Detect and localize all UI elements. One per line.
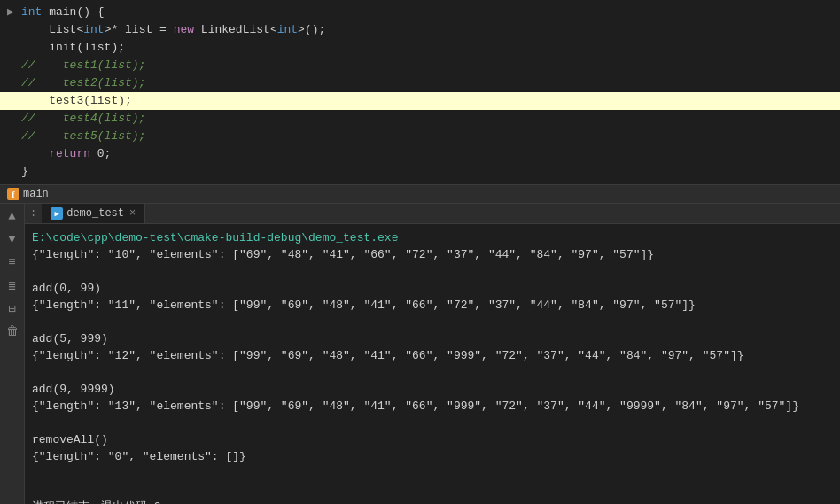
line-content: init(list);	[21, 39, 833, 57]
code-line: }	[0, 163, 840, 181]
code-token: // test5(list);	[21, 129, 145, 143]
terminal-container: ▲ ▼ ≡ ≣ ⊟ 🗑 : ▶ demo_test × E:\code\cpp\…	[0, 204, 840, 504]
output-line: {"length": "0", "elements": []}	[32, 448, 833, 465]
code-line: // test5(list);	[0, 128, 840, 145]
output-line: 进程已结束，退出代码 0	[32, 499, 833, 504]
output-line	[32, 263, 833, 280]
output-line	[32, 415, 833, 431]
code-token: new	[174, 23, 194, 36]
code-token: >* list =	[105, 23, 174, 36]
code-token: return	[21, 147, 90, 160]
delete-button[interactable]: 🗑	[4, 322, 21, 340]
output-line: add(9, 9999)	[32, 381, 833, 398]
breadcrumb-bar: f main	[0, 184, 840, 204]
code-token: // test2(list);	[21, 76, 145, 89]
line-content: int main() {	[21, 4, 833, 21]
code-line: test3(list);	[0, 92, 840, 110]
line-content: return 0;	[21, 145, 833, 163]
output-line: removeAll()	[32, 431, 833, 448]
code-token: }	[21, 165, 28, 178]
scroll-down-button[interactable]: ▼	[4, 230, 21, 248]
terminal-tab-demo-test[interactable]: ▶ demo_test ×	[42, 204, 145, 223]
terminal-sidebar: ▲ ▼ ≡ ≣ ⊟ 🗑	[0, 204, 25, 504]
tab-prefix: :	[25, 204, 42, 223]
code-line: List<int>* list = new LinkedList<int>();	[0, 21, 840, 39]
output-line: add(0, 99)	[32, 280, 833, 297]
code-token: int	[277, 23, 298, 36]
line-content: List<int>* list = new LinkedList<int>();	[21, 21, 833, 39]
tab-close-button[interactable]: ×	[129, 207, 136, 220]
output-line	[32, 314, 833, 330]
code-line: ▶int main() {	[0, 4, 840, 21]
code-line: // test4(list);	[0, 110, 840, 128]
scroll-up-button[interactable]: ▲	[4, 207, 21, 225]
code-token: List	[21, 23, 76, 36]
output-line: {"length": "10", "elements": ["69", "48"…	[32, 246, 833, 263]
wrap-button[interactable]: ≡	[4, 253, 21, 271]
terminal-tabs: : ▶ demo_test ×	[25, 204, 840, 224]
tab-label: demo_test	[66, 207, 124, 220]
code-token: int	[83, 23, 104, 36]
code-token: // test4(list);	[21, 112, 145, 125]
code-line: // test1(list);	[0, 57, 840, 74]
output-line	[32, 482, 833, 499]
function-icon: f	[7, 188, 19, 200]
code-token: init(list);	[21, 41, 125, 54]
line-content: // test2(list);	[21, 74, 833, 92]
clear-button[interactable]: ⊟	[4, 299, 21, 317]
code-token: int	[21, 5, 42, 19]
output-line: add(5, 999)	[32, 330, 833, 347]
code-token: <	[270, 23, 277, 36]
breadcrumb-text: main	[23, 188, 49, 200]
line-arrow: ▶	[7, 4, 21, 21]
code-editor: ▶int main() { List<int>* list = new Link…	[0, 0, 840, 184]
line-content: // test4(list);	[21, 110, 833, 128]
code-token: >();	[298, 23, 325, 36]
output-line: {"length": "11", "elements": ["99", "69"…	[32, 297, 833, 314]
line-content: // test5(list);	[21, 128, 833, 145]
code-line: init(list);	[0, 39, 840, 57]
terminal-output[interactable]: E:\code\cpp\demo-test\cmake-build-debug\…	[25, 224, 840, 504]
code-token: test3(list);	[21, 94, 132, 107]
output-line	[32, 364, 833, 381]
output-line: {"length": "12", "elements": ["99", "69"…	[32, 347, 833, 364]
code-line: // test2(list);	[0, 74, 840, 92]
terminal-main: : ▶ demo_test × E:\code\cpp\demo-test\cm…	[25, 204, 840, 504]
code-token: LinkedList	[194, 23, 270, 36]
line-content: }	[21, 163, 833, 181]
code-token: main() {	[42, 5, 104, 19]
filter-button[interactable]: ≣	[4, 276, 21, 294]
tab-icon: ▶	[51, 207, 63, 220]
line-content: test3(list);	[21, 92, 833, 110]
output-line	[32, 465, 833, 482]
code-token: 0;	[90, 147, 111, 160]
code-line: return 0;	[0, 145, 840, 163]
output-line: {"length": "13", "elements": ["99", "69"…	[32, 398, 833, 415]
code-token: // test1(list);	[21, 58, 145, 72]
output-line: E:\code\cpp\demo-test\cmake-build-debug\…	[32, 229, 833, 246]
line-content: // test1(list);	[21, 57, 833, 74]
